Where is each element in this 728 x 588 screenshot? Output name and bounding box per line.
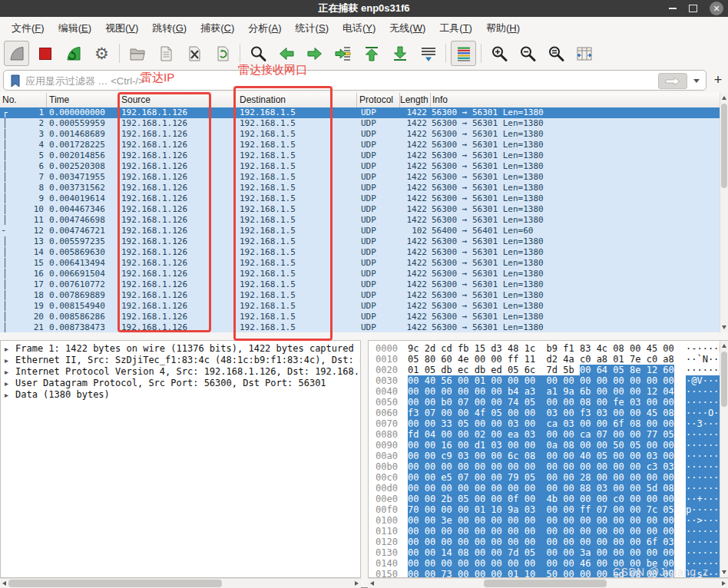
maximize-button[interactable] <box>689 5 697 12</box>
minimize-button[interactable] <box>669 8 677 9</box>
scrollbar-thumb[interactable] <box>721 352 727 407</box>
hex-hscrollbar[interactable] <box>368 578 728 588</box>
capture-stop-icon[interactable] <box>32 41 58 66</box>
column-header-info[interactable]: Info <box>432 94 448 105</box>
expander-icon[interactable]: ▸ <box>5 378 8 389</box>
hex-row[interactable]: 005000 00 b0 07 00 00 74 05 00 00 08 00 … <box>369 397 727 408</box>
capture-start-icon[interactable] <box>4 41 29 66</box>
column-header-protocol[interactable]: Protocol <box>359 94 393 105</box>
menu-item-help[interactable]: 帮助(H) <box>479 18 527 38</box>
hex-row[interactable]: 00e000 00 2b 05 00 00 0f 00 4b 00 00 00 … <box>369 494 727 504</box>
display-filter-input[interactable]: 应用显示过滤器 … <Ctrl-/> <box>3 70 706 91</box>
expander-icon[interactable]: ▸ <box>5 366 8 378</box>
packet-row[interactable]: │150.006413494192.168.1.126192.168.1.5UD… <box>0 258 720 269</box>
pane-divider[interactable] <box>361 340 368 578</box>
packet-row[interactable]: │210.008738473192.168.1.126192.168.1.5UD… <box>0 322 720 332</box>
packet-row[interactable]: │200.008586286192.168.1.126192.168.1.5UD… <box>0 312 720 322</box>
detail-tree-item[interactable]: ▸Ethernet II, Src: SzDjiTec_f1:83:4c (48… <box>1 355 360 366</box>
detail-tree-item[interactable]: ▸Internet Protocol Version 4, Src: 192.1… <box>1 366 360 378</box>
detail-tree-item[interactable]: ▸Data (1380 bytes) <box>1 389 360 401</box>
packet-row[interactable]: │100.004467346192.168.1.126192.168.1.5UD… <box>0 204 720 215</box>
scroll-up-arrow[interactable] <box>722 344 726 348</box>
scroll-right-arrow[interactable] <box>722 581 726 586</box>
menu-item-telephony[interactable]: 电话(Y) <box>336 18 382 38</box>
hex-row[interactable]: 001005 80 60 4e 00 00 ff 11 d2 4a c0 a8 … <box>369 354 727 365</box>
detail-tree-item[interactable]: ▸Frame 1: 1422 bytes on wire (11376 bits… <box>1 343 360 355</box>
column-header-source[interactable]: Source <box>121 94 151 105</box>
detail-tree-item[interactable]: ▸User Datagram Protocol, Src Port: 56300… <box>1 378 360 389</box>
close-file-icon[interactable] <box>181 41 207 66</box>
packet-row[interactable]: ┌10.000000000192.168.1.126192.168.1.5UDP… <box>0 107 720 118</box>
open-file-icon[interactable] <box>124 41 150 66</box>
packet-row[interactable]: │20.000559959192.168.1.126192.168.1.5UDP… <box>0 118 720 129</box>
expander-icon[interactable]: ▸ <box>5 343 8 355</box>
packet-row[interactable]: │60.002520308192.168.1.126192.168.1.5UDP… <box>0 161 720 172</box>
expander-icon[interactable]: ▸ <box>5 389 8 401</box>
save-file-icon[interactable] <box>153 41 178 66</box>
packet-row[interactable]: │140.005869630192.168.1.126192.168.1.5UD… <box>0 247 720 258</box>
menu-item-tools[interactable]: 工具(T) <box>432 18 479 38</box>
auto-scroll-icon[interactable] <box>415 41 441 66</box>
go-last-packet-icon[interactable] <box>387 41 412 66</box>
filter-dropdown-caret[interactable] <box>693 79 700 83</box>
zoom-out-icon[interactable] <box>515 41 540 66</box>
packet-row[interactable]: │130.005597235192.168.1.126192.168.1.5UD… <box>0 236 720 247</box>
hex-row[interactable]: 00a000 00 c9 03 00 00 6c 08 00 00 40 05 … <box>369 451 727 461</box>
hex-row[interactable]: 00c000 00 e5 07 00 00 79 05 00 00 28 00 … <box>369 472 727 483</box>
zoom-in-icon[interactable] <box>486 41 511 66</box>
packet-row[interactable]: │160.006691504192.168.1.126192.168.1.5UD… <box>0 269 720 279</box>
hex-pane-scrollbar[interactable] <box>720 341 728 577</box>
expander-icon[interactable]: ▸ <box>5 355 8 366</box>
column-header-destination[interactable]: Destination <box>240 94 286 105</box>
packet-row[interactable]: │190.008154940192.168.1.126192.168.1.5UD… <box>0 301 720 312</box>
menu-item-wireless[interactable]: 无线(W) <box>382 18 432 38</box>
hex-row[interactable]: 010000 00 3e 00 00 00 00 00 00 00 00 00 … <box>369 515 727 526</box>
zoom-reset-icon[interactable] <box>543 41 568 66</box>
scroll-left-arrow[interactable] <box>2 581 6 586</box>
scrollbar-thumb[interactable] <box>8 580 222 587</box>
close-button[interactable]: ✕ <box>710 2 723 15</box>
hex-row[interactable]: 0060f3 07 00 00 4f 05 00 00 03 00 f3 03 … <box>369 408 727 418</box>
packet-row[interactable]: │90.004019614192.168.1.126192.168.1.5UDP… <box>0 193 720 204</box>
title-bar[interactable]: 正在捕获 enp0s31f6 ✕ <box>0 0 728 17</box>
filter-bookmark-icon[interactable] <box>9 74 22 91</box>
hex-row[interactable]: 00f070 00 00 00 01 10 9a 03 00 00 ff 07 … <box>369 504 727 515</box>
hex-row[interactable]: 00b000 00 00 00 00 00 00 00 00 00 00 00 … <box>369 461 727 472</box>
menu-item-analyze[interactable]: 分析(A) <box>241 18 288 38</box>
menu-item-view[interactable]: 视图(V) <box>98 18 145 38</box>
hex-row[interactable]: 0080fd 04 00 00 02 00 ea 03 00 00 ca 07 … <box>369 429 727 440</box>
hex-row[interactable]: 013000 00 14 08 00 00 7d 05 00 00 3a 00 … <box>369 547 727 558</box>
packet-row[interactable]: │180.007869889192.168.1.126192.168.1.5UD… <box>0 290 720 301</box>
pane-splitter[interactable] <box>0 332 728 340</box>
column-header-no[interactable]: No. <box>2 94 17 105</box>
hex-row[interactable]: 00d000 00 00 00 00 00 00 00 00 00 88 03 … <box>369 483 727 494</box>
packet-row[interactable]: │170.007610772192.168.1.126192.168.1.5UD… <box>0 279 720 290</box>
go-to-packet-icon[interactable] <box>330 41 356 66</box>
menu-item-file[interactable]: 文件(F) <box>5 18 51 38</box>
column-header-length[interactable]: Length <box>400 94 429 105</box>
hex-row[interactable]: 003000 40 56 00 01 00 00 00 00 00 00 00 … <box>369 375 727 386</box>
column-header-time[interactable]: Time <box>49 94 69 105</box>
scroll-right-arrow[interactable] <box>355 581 359 586</box>
menu-item-go[interactable]: 跳转(G) <box>145 18 194 38</box>
capture-restart-icon[interactable] <box>61 41 86 66</box>
packet-row[interactable]: │70.003471955192.168.1.126192.168.1.5UDP… <box>0 172 720 183</box>
menu-item-capture[interactable]: 捕获(C) <box>194 18 241 38</box>
scroll-left-arrow[interactable] <box>370 581 374 586</box>
add-filter-button[interactable]: + <box>710 71 726 89</box>
menu-item-statistics[interactable]: 统计(S) <box>289 18 336 38</box>
packet-row[interactable]: │110.004746698192.168.1.126192.168.1.5UD… <box>0 215 720 226</box>
colorize-packets-icon[interactable] <box>451 41 476 66</box>
scrollbar-thumb[interactable] <box>721 104 727 188</box>
hex-row[interactable]: 012000 00 00 00 00 00 00 00 00 00 00 00 … <box>369 537 727 547</box>
packet-row[interactable]: │50.002014856192.168.1.126192.168.1.5UDP… <box>0 150 720 161</box>
scroll-down-arrow[interactable] <box>722 570 726 574</box>
reload-file-icon[interactable] <box>210 41 235 66</box>
hex-row[interactable]: 007000 00 33 05 00 00 03 00 ca 03 00 00 … <box>369 418 727 429</box>
packet-row[interactable]: │40.001728225192.168.1.126192.168.1.5UDP… <box>0 140 720 150</box>
packet-row[interactable]: │30.001468689192.168.1.126192.168.1.5UDP… <box>0 129 720 140</box>
scroll-down-arrow[interactable] <box>722 325 726 329</box>
capture-options-icon[interactable]: ⚙ <box>89 41 114 66</box>
resize-columns-icon[interactable] <box>571 41 597 66</box>
hex-row[interactable]: 00009c 2d cd fb 15 d3 48 1c b9 f1 83 4c … <box>369 343 727 354</box>
